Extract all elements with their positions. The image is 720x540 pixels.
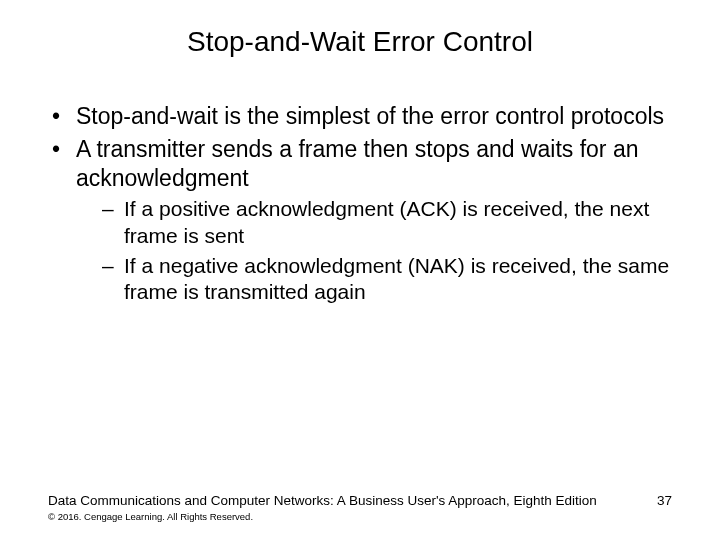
footer-book-title: Data Communications and Computer Network… bbox=[48, 493, 672, 508]
slide: Stop-and-Wait Error Control Stop-and-wai… bbox=[0, 0, 720, 540]
bullet-text: A transmitter sends a frame then stops a… bbox=[76, 136, 639, 191]
footer-copyright: © 2016. Cengage Learning. All Rights Res… bbox=[48, 511, 672, 522]
slide-footer: Data Communications and Computer Network… bbox=[48, 493, 672, 522]
sub-bullet-item: If a positive acknowledgment (ACK) is re… bbox=[102, 196, 672, 249]
slide-content: Stop-and-wait is the simplest of the err… bbox=[0, 58, 720, 305]
bullet-list: Stop-and-wait is the simplest of the err… bbox=[48, 102, 672, 305]
bullet-item: Stop-and-wait is the simplest of the err… bbox=[48, 102, 672, 131]
sub-bullet-item: If a negative acknowledgment (NAK) is re… bbox=[102, 253, 672, 306]
bullet-item: A transmitter sends a frame then stops a… bbox=[48, 135, 672, 306]
slide-title: Stop-and-Wait Error Control bbox=[0, 0, 720, 58]
page-number: 37 bbox=[657, 493, 672, 508]
sub-bullet-list: If a positive acknowledgment (ACK) is re… bbox=[76, 196, 672, 305]
